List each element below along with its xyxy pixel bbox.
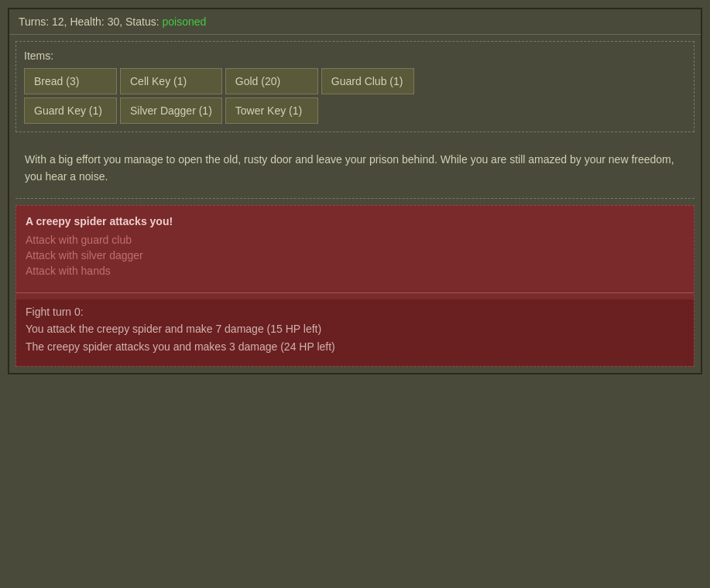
item-bread[interactable]: Bread (3) — [24, 68, 117, 94]
item-tower-key[interactable]: Tower Key (1) — [225, 97, 318, 124]
combat-action-silver-dagger[interactable]: Attack with silver dagger — [26, 249, 684, 262]
item-gold[interactable]: Gold (20) — [225, 68, 318, 94]
combat-log-turn: Fight turn 0: — [26, 306, 684, 318]
status-prefix: Turns: 12, Health: 30, Status: — [19, 15, 162, 28]
item-cell-key[interactable]: Cell Key (1) — [120, 68, 222, 94]
narrative-section: With a big effort you manage to open the… — [15, 138, 695, 199]
narrative-text: With a big effort you manage to open the… — [25, 151, 685, 186]
game-container: Turns: 12, Health: 30, Status: poisoned … — [8, 8, 702, 374]
item-guard-club[interactable]: Guard Club (1) — [321, 68, 414, 94]
combat-header: A creepy spider attacks you! Attack with… — [16, 206, 694, 286]
combat-divider — [16, 292, 694, 293]
combat-log: Fight turn 0: You attack the creepy spid… — [16, 299, 694, 366]
combat-action-hands[interactable]: Attack with hands — [26, 265, 684, 277]
items-label: Items: — [24, 50, 686, 62]
item-guard-key[interactable]: Guard Key (1) — [24, 97, 117, 124]
combat-action-guard-club[interactable]: Attack with guard club — [26, 234, 684, 246]
combat-title: A creepy spider attacks you! — [26, 215, 684, 227]
combat-log-entry-1: You attack the creepy spider and make 7 … — [26, 321, 684, 337]
combat-section: A creepy spider attacks you! Attack with… — [15, 205, 695, 367]
item-silver-dagger[interactable]: Silver Dagger (1) — [120, 97, 222, 124]
items-grid: Bread (3) Cell Key (1) Gold (20) Guard C… — [24, 68, 414, 124]
status-value: poisoned — [162, 15, 206, 28]
combat-log-entry-2: The creepy spider attacks you and makes … — [26, 339, 684, 355]
items-section: Items: Bread (3) Cell Key (1) Gold (20) … — [15, 41, 695, 132]
status-bar: Turns: 12, Health: 30, Status: poisoned — [9, 9, 701, 35]
